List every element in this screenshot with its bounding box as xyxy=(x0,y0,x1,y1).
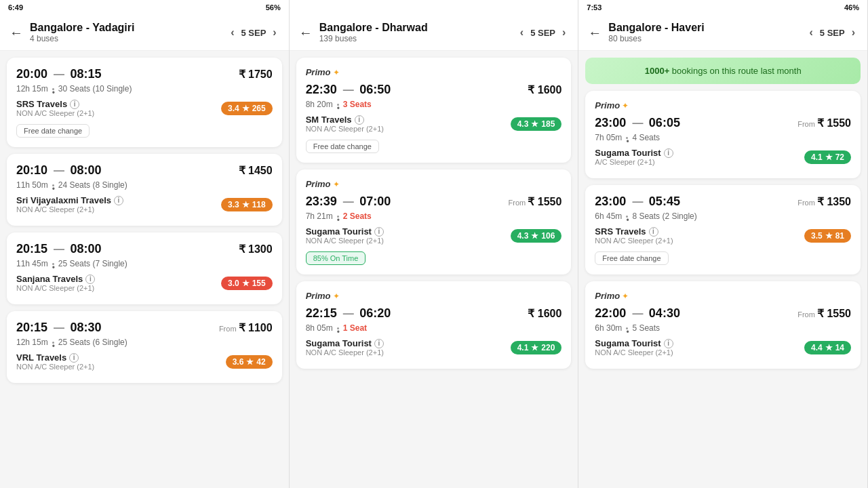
prev-date-button[interactable]: ‹ xyxy=(517,25,526,40)
bus-card[interactable]: Primo ✦ 22:30 — 06:50 ₹ 1600 8h 20m • 3 … xyxy=(296,58,572,163)
arrival-time: 04:30 xyxy=(649,306,680,320)
route-row: 23:39 — 07:00 From ₹ 1550 xyxy=(306,195,562,209)
route-title: Bangalore - Yadagiri xyxy=(30,22,134,34)
seats-info: 4 Seats xyxy=(632,133,660,142)
info-icon[interactable]: i xyxy=(114,196,123,205)
next-date-button[interactable]: › xyxy=(270,25,279,40)
dot-separator: • xyxy=(626,216,628,218)
primo-star-icon: ✦ xyxy=(333,68,340,77)
price-prefix: From xyxy=(797,120,817,128)
phone-panel-2: ← Bangalore - Dharwad 139 buses ‹ 5 SEP … xyxy=(290,0,579,488)
rating-value: 4.1 xyxy=(517,343,529,352)
rating-value: 3.4 xyxy=(228,104,239,113)
info-icon[interactable]: i xyxy=(649,227,658,237)
duration-row: 11h 50m • 24 Seats (8 Single) xyxy=(16,180,273,190)
arrival-time: 05:45 xyxy=(649,195,680,208)
rating-count: 14 xyxy=(835,343,844,352)
bus-list: 1000+ bookings on this route last month … xyxy=(578,51,867,488)
back-arrow[interactable]: ← xyxy=(299,25,313,41)
time-separator: — xyxy=(54,68,67,80)
bus-card[interactable]: 20:00 — 08:15 ₹ 1750 12h 15m • 30 Seats … xyxy=(7,58,282,147)
info-icon[interactable]: i xyxy=(85,274,95,284)
bus-card[interactable]: 20:15 — 08:00 ₹ 1300 11h 45m • 25 Seats … xyxy=(7,232,282,304)
duration: 7h 21m xyxy=(306,211,333,221)
rating-star-icon: ★ xyxy=(242,104,250,113)
info-icon[interactable]: i xyxy=(664,339,673,348)
time-range: 23:00 — 06:05 xyxy=(595,116,680,130)
time-range: 20:15 — 08:00 xyxy=(16,242,102,256)
bus-card[interactable]: Primo ✦ 22:00 — 04:30 From ₹ 1550 6h 30m… xyxy=(585,281,861,369)
bus-card[interactable]: 20:10 — 08:00 ₹ 1450 11h 50m • 24 Seats … xyxy=(7,154,282,226)
seats-info: 2 Seats xyxy=(343,211,372,221)
departure-time: 23:00 xyxy=(595,195,626,208)
departure-time: 20:10 xyxy=(16,163,47,177)
prev-date-button[interactable]: ‹ xyxy=(807,25,816,40)
route-row: 20:10 — 08:00 ₹ 1450 xyxy=(16,163,273,178)
rating-count: 185 xyxy=(541,119,555,129)
operator-name: Sanjana Travels i xyxy=(16,274,95,284)
info-icon[interactable]: i xyxy=(374,227,384,237)
bus-type: A/C Sleeper (2+1) xyxy=(595,158,673,166)
rating-star-icon: ★ xyxy=(242,200,250,209)
duration: 8h 20m xyxy=(306,100,333,109)
rating-count: 72 xyxy=(835,152,844,162)
rating-star-icon: ★ xyxy=(531,231,538,241)
phone-panel-3: 7:53 46% ← Bangalore - Haveri 80 buses ‹… xyxy=(578,0,868,488)
price-container: ₹ 1300 xyxy=(239,243,273,256)
price: ₹ 1750 xyxy=(239,68,273,80)
arrival-time: 08:00 xyxy=(71,163,102,177)
rating-badge: 4.3 ★ 185 xyxy=(511,117,562,131)
info-icon[interactable]: i xyxy=(70,100,79,109)
duration: 6h 30m xyxy=(595,323,622,333)
rating-count: 81 xyxy=(835,231,844,241)
route-row: 23:00 — 05:45 From ₹ 1350 xyxy=(595,195,851,209)
prev-date-button[interactable]: ‹ xyxy=(228,25,237,40)
rating-count: 118 xyxy=(252,200,266,209)
primo-badge: Primo ✦ xyxy=(595,100,851,110)
rating-star-icon: ★ xyxy=(531,343,538,352)
back-arrow[interactable]: ← xyxy=(9,25,23,41)
bus-tag: Free date change xyxy=(16,124,90,138)
bus-count: 4 buses xyxy=(30,34,134,43)
info-icon[interactable]: i xyxy=(69,353,79,363)
info-icon[interactable]: i xyxy=(664,148,673,158)
next-date-button[interactable]: › xyxy=(849,25,858,40)
time-range: 22:00 — 04:30 xyxy=(595,306,680,321)
status-time: 6:49 xyxy=(8,3,23,12)
duration-row: 11h 45m • 25 Seats (7 Single) xyxy=(16,259,273,268)
time-separator: — xyxy=(343,308,357,319)
time-range: 20:10 — 08:00 xyxy=(16,163,102,178)
operator-name: SRS Travels i xyxy=(595,226,673,237)
dot-separator: • xyxy=(337,216,339,218)
primo-badge: Primo ✦ xyxy=(306,67,562,77)
status-time: 7:53 xyxy=(587,3,601,12)
route-title: Bangalore - Haveri xyxy=(608,22,704,34)
rating-value: 3.5 xyxy=(811,231,823,241)
info-icon[interactable]: i xyxy=(374,339,384,348)
bus-type: NON A/C Sleeper (2+1) xyxy=(306,348,384,357)
price: ₹ 1350 xyxy=(817,196,851,207)
next-date-button[interactable]: › xyxy=(559,25,568,40)
bus-card[interactable]: Primo ✦ 23:39 — 07:00 From ₹ 1550 7h 21m… xyxy=(296,169,572,274)
rating-badge: 3.6 ★ 42 xyxy=(226,355,273,369)
duration-row: 6h 45m • 8 Seats (2 Single) xyxy=(595,211,851,221)
bus-count: 139 buses xyxy=(319,34,428,43)
duration-row: 12h 15m • 25 Seats (6 Single) xyxy=(16,338,273,347)
bus-card[interactable]: Primo ✦ 23:00 — 06:05 From ₹ 1550 7h 05m… xyxy=(585,91,861,178)
price-container: From ₹ 1550 xyxy=(797,117,851,129)
bus-card[interactable]: 23:00 — 05:45 From ₹ 1350 6h 45m • 8 Sea… xyxy=(585,185,861,274)
price: ₹ 1550 xyxy=(817,308,851,319)
duration-row: 7h 21m • 2 Seats xyxy=(306,211,562,221)
info-icon[interactable]: i xyxy=(355,115,364,125)
operator-name: Sugama Tourist i xyxy=(306,338,384,348)
arrival-time: 06:50 xyxy=(359,83,391,96)
duration: 7h 05m xyxy=(595,133,622,142)
bus-card[interactable]: Primo ✦ 22:15 — 06:20 ₹ 1600 8h 05m • 1 … xyxy=(296,281,572,369)
duration-row: 6h 30m • 5 Seats xyxy=(595,323,851,333)
rating-value: 3.3 xyxy=(228,200,239,209)
rating-badge: 3.5 ★ 81 xyxy=(804,229,851,243)
back-arrow[interactable]: ← xyxy=(588,25,601,41)
arrival-time: 07:00 xyxy=(359,195,391,208)
rating-value: 3.0 xyxy=(228,279,239,288)
bus-card[interactable]: 20:15 — 08:30 From ₹ 1100 12h 15m • 25 S… xyxy=(7,311,282,383)
